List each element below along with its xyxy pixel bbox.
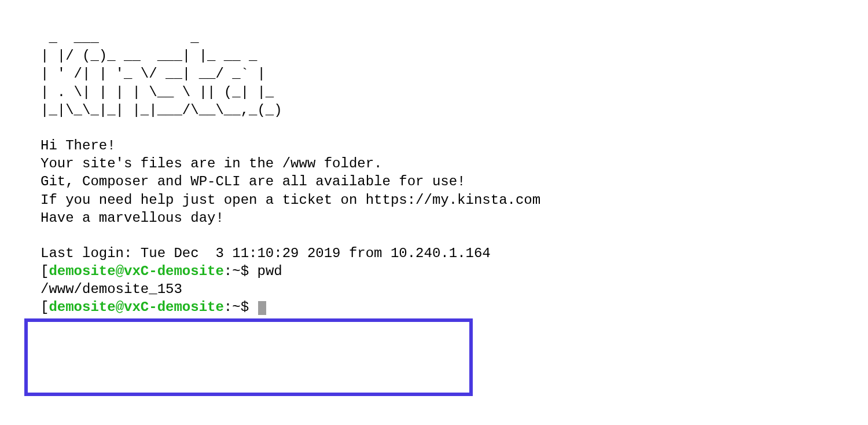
motd-line-2: Your site's files are in the /www folder… xyxy=(41,155,827,173)
command-output: /www/demosite_153 xyxy=(41,280,827,298)
prompt-user-host: demosite@vxC-demosite xyxy=(49,263,223,279)
annotation-highlight-box xyxy=(24,318,473,396)
motd-line-3: Git, Composer and WP-CLI are all availab… xyxy=(41,173,827,190)
prompt-path-2: ~ xyxy=(232,299,240,315)
prompt-colon-2: : xyxy=(224,299,232,315)
terminal-cursor xyxy=(258,301,266,315)
last-login-ip: 10.240.1.164 xyxy=(391,246,491,261)
prompt-colon: : xyxy=(224,263,232,279)
last-login-prefix: Last login: xyxy=(41,246,141,261)
prompt-bracket: [ xyxy=(41,263,49,279)
prompt-line-2[interactable]: [demosite@vxC-demosite:~$ xyxy=(41,298,827,316)
prompt-dollar: $ xyxy=(241,263,258,279)
motd-line-1: Hi There! xyxy=(41,137,827,155)
prompt-path: ~ xyxy=(232,263,240,279)
last-login-date: Tue Dec 3 11:10:29 2019 xyxy=(141,246,341,261)
command-pwd: pwd xyxy=(257,263,282,279)
prompt-line-1[interactable]: [demosite@vxC-demosite:~$ pwd xyxy=(41,262,827,280)
last-login-from: from xyxy=(340,246,390,261)
prompt-bracket-2: [ xyxy=(41,299,49,315)
last-login-line: Last login: Tue Dec 3 11:10:29 2019 from… xyxy=(41,244,827,262)
motd-line-4: If you need help just open a ticket on h… xyxy=(41,191,827,209)
ascii-art-logo: _ ___ _ | |/ (_)_ __ ___| |_ __ _ | ' /|… xyxy=(41,29,827,119)
terminal-window[interactable]: _ ___ _ | |/ (_)_ __ ___| |_ __ _ | ' /|… xyxy=(41,29,827,317)
prompt-user-host-2: demosite@vxC-demosite xyxy=(49,299,223,315)
prompt-dollar-2: $ xyxy=(241,299,258,315)
motd-block: Hi There! Your site's files are in the /… xyxy=(41,137,827,227)
motd-line-5: Have a marvellous day! xyxy=(41,209,827,227)
